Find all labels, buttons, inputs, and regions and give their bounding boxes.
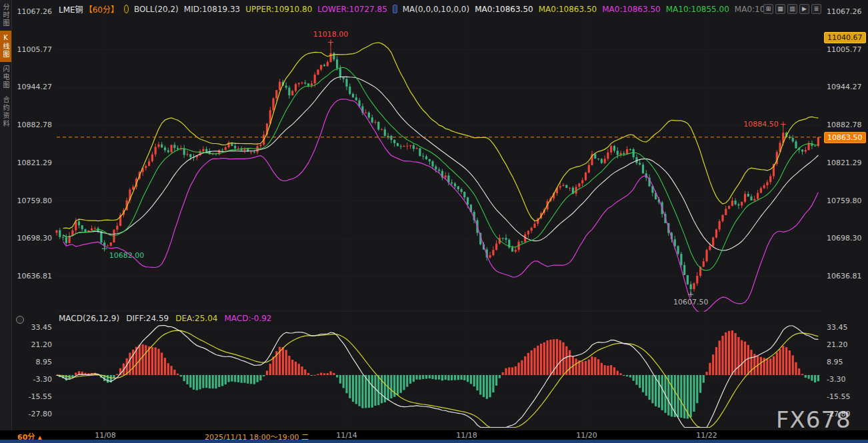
ma-value: MA0:10863.50 [539,5,597,14]
price-chart-canvas[interactable]: 11018.0010682.0010884.5010607.50 [0,0,868,443]
boll-upper-value: UPPER:10910.80 [245,5,312,14]
ma-value: MA0:10863.50 [602,5,661,14]
indicator-toolbar: LME铜【60分】 BOLL(20,2) MID:10819.33 UPPER:… [59,3,775,15]
layout-grid-icon[interactable]: ▦ [775,4,785,14]
layout-columns-icon[interactable]: ▥ [787,4,797,14]
watermark: FX678 [776,406,851,433]
ma-settings-icon[interactable] [393,5,397,13]
sidebar-item-time-chart[interactable]: 分时图 [0,0,11,31]
boll-label: BOLL(20,2) [134,5,179,14]
macd-label: MACD(26,12,9) [59,314,119,323]
price-annotation: 10607.50 [673,298,709,306]
ma-group-label: MA(0,0,0,10,0,0) [403,5,469,14]
time-axis-label: 11/08 [87,431,124,440]
macd-macd-value: MACD:-0.92 [224,314,271,323]
ma-values: MA0:10863.50MA0:10863.50MA0:10863.50MA10… [475,5,775,14]
price-annotation: 10884.50 [743,120,779,129]
price-annotation: 10682.00 [109,251,145,260]
period-title: 【60分】 [85,3,119,15]
macd-header: MACD(26,12,9) DIFF:24.59 DEA:25.04 MACD:… [59,314,271,323]
time-axis-label: 11/20 [568,431,605,440]
session-high-badge: 11040.67 [824,32,866,43]
time-axis-label: 11/18 [448,431,485,440]
symbol-title: LME铜 [59,3,83,15]
candles-layer [55,42,819,312]
time-axis-bar: 60分 ▲ 2025/11/11 18:00～19:00 二 11/0811/1… [0,430,868,440]
window-bottom-strip [0,440,868,443]
play-icon[interactable]: ▶ [799,4,809,14]
macd-settings-icon[interactable] [16,316,24,324]
chart-type-sidebar: 分时图 K线图 闪电图 合约资料 [0,0,12,432]
last-price-badge: 10863.50 [824,132,866,143]
boll-lower-value: LOWER:10727.85 [317,5,387,14]
price-annotation: 11018.00 [313,30,349,39]
sidebar-item-flash-chart[interactable]: 闪电图 [0,62,11,93]
ma-value: MA10:10855.00 [666,5,729,14]
boll-settings-icon[interactable] [124,5,129,13]
chart-tool-icons: ⊞▦▥▶≣ [763,4,821,14]
time-axis-label: 11/14 [328,431,365,440]
sidebar-item-kline-chart[interactable]: K线图 [0,31,11,62]
menu-icon[interactable]: ≣ [811,4,821,14]
sidebar-item-contract-info[interactable]: 合约资料 [0,93,11,131]
ma-value: MA0:10863.50 [475,5,533,14]
time-axis-label: 11/22 [688,431,725,440]
boll-mid-value: MID:10819.33 [184,5,240,14]
trading-chart-app: 11018.0010682.0010884.5010607.50 分时图 K线图… [0,0,868,443]
macd-diff-value: DIFF:24.59 [126,314,169,323]
macd-dea-value: DEA:25.04 [175,314,217,323]
expand-icon[interactable]: ⊞ [763,4,773,14]
macd-layer [55,326,819,428]
